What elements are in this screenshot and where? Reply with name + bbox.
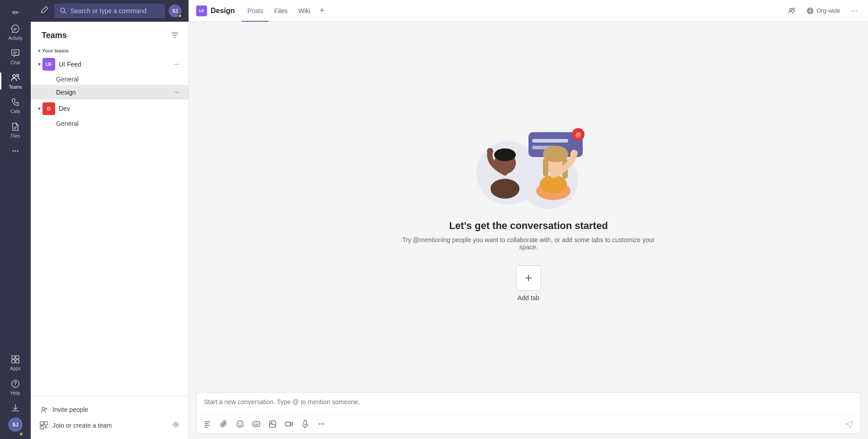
compose-box: GIF xyxy=(196,392,861,434)
sidebar-item-help[interactable]: Help xyxy=(0,375,31,399)
channel-header: UF Design Posts Files Wiki + xyxy=(189,0,868,22)
ui-feed-collapse-icon[interactable]: ▾ xyxy=(38,61,41,67)
svg-point-9 xyxy=(42,407,45,410)
sidebar-item-activity[interactable]: Activity xyxy=(0,20,31,44)
compose-more-button[interactable]: ··· xyxy=(314,417,329,431)
svg-rect-5 xyxy=(16,360,19,363)
search-icon xyxy=(60,7,67,14)
channel-title: Design xyxy=(211,7,235,15)
activity-icon xyxy=(10,24,21,34)
compose-more-icon: ··· xyxy=(318,420,324,428)
invite-people-icon xyxy=(40,406,48,414)
add-tab-button[interactable]: + xyxy=(516,265,541,291)
channel-item-general-dev[interactable]: General xyxy=(31,118,189,129)
add-tab-button-header[interactable]: + xyxy=(316,5,328,17)
files-icon xyxy=(10,121,21,132)
svg-rect-44 xyxy=(304,420,307,425)
svg-point-25 xyxy=(491,179,519,199)
members-button[interactable] xyxy=(784,5,799,17)
sidebar-item-calls[interactable]: Calls xyxy=(0,93,31,118)
gif-button[interactable]: GIF xyxy=(249,417,264,431)
attach-icon xyxy=(220,420,228,428)
filter-button[interactable] xyxy=(169,29,181,42)
compose-button[interactable] xyxy=(38,4,51,19)
chat-icon xyxy=(10,48,21,59)
svg-rect-12 xyxy=(40,426,43,429)
dev-collapse-icon[interactable]: ▾ xyxy=(38,105,41,112)
audio-icon xyxy=(301,420,309,428)
tab-wiki[interactable]: Wiki xyxy=(293,0,316,22)
ui-feed-avatar: UF xyxy=(42,58,55,71)
conversation-subtitle: Try @mentioning people you want to colla… xyxy=(402,236,655,251)
sidebar-item-more[interactable]: ··· xyxy=(0,142,31,160)
sidebar-item-download[interactable] xyxy=(0,399,31,417)
conversation-title: Let's get the conversation started xyxy=(449,220,608,232)
invite-people-item[interactable]: Invite people xyxy=(38,402,181,417)
sidebar-item-chat[interactable]: Chat xyxy=(0,44,31,69)
sidebar-item-apps[interactable]: Apps xyxy=(0,350,31,375)
svg-rect-4 xyxy=(12,360,15,363)
emoji-button[interactable] xyxy=(233,417,247,431)
svg-point-15 xyxy=(793,8,794,10)
sidebar-chat-label: Chat xyxy=(10,60,20,65)
compose-box-area: GIF xyxy=(189,389,868,439)
compose-toolbar: GIF xyxy=(197,415,860,433)
sidebar-item-files[interactable]: Files xyxy=(0,118,31,142)
invite-people-label: Invite people xyxy=(52,406,88,413)
more-options-button[interactable]: ··· xyxy=(848,5,861,17)
dev-name: Dev xyxy=(59,105,168,112)
header-actions: Org-wide ··· xyxy=(784,5,861,17)
svg-text:GIF: GIF xyxy=(254,423,259,426)
add-tab-area: + Add tab xyxy=(516,265,541,301)
your-teams-label: ▾ Your teams xyxy=(31,45,189,55)
channel-general-dev-name: General xyxy=(56,120,181,127)
svg-point-38 xyxy=(241,423,242,424)
svg-point-36 xyxy=(237,421,243,427)
compose-button[interactable]: ✏ xyxy=(0,4,31,20)
org-wide-button[interactable]: Org-wide xyxy=(803,5,844,16)
collapse-icon[interactable]: ▾ xyxy=(38,48,40,53)
add-tab-label: Add tab xyxy=(518,294,539,301)
audio-button[interactable] xyxy=(298,417,312,431)
svg-text:@: @ xyxy=(576,132,581,138)
sidebar-files-label: Files xyxy=(10,134,20,138)
compose-input[interactable] xyxy=(197,393,860,413)
sidebar-activity-label: Activity xyxy=(8,36,23,41)
channel-team-icon: UF xyxy=(196,5,207,16)
ui-feed-more-button[interactable]: ··· xyxy=(172,59,181,69)
format-text-button[interactable] xyxy=(200,417,215,431)
team-item-ui-feed[interactable]: ▾ UF UI Feed ··· xyxy=(31,55,189,73)
search-placeholder: Search or type a command xyxy=(71,7,146,14)
avatar-topbar[interactable]: SJ xyxy=(169,5,181,17)
tab-files[interactable]: Files xyxy=(269,0,293,22)
presence-badge-top xyxy=(178,14,182,18)
svg-point-1 xyxy=(17,75,19,77)
main-content: UF Design Posts Files Wiki + xyxy=(189,0,868,439)
attach-button[interactable] xyxy=(217,417,231,431)
channel-general-name: General xyxy=(56,76,181,83)
svg-rect-3 xyxy=(16,356,19,359)
team-item-dev[interactable]: ▾ D Dev ··· xyxy=(31,100,189,118)
avatar[interactable]: SJ xyxy=(8,417,23,432)
top-bar-right: SJ xyxy=(169,5,181,17)
conversation-area: @ xyxy=(189,22,868,389)
settings-button[interactable] xyxy=(172,421,179,430)
sticker-button[interactable] xyxy=(265,417,280,431)
tab-nav: Posts Files Wiki + xyxy=(242,0,328,21)
join-create-item[interactable]: Join or create a team xyxy=(38,417,181,434)
sidebar-help-label: Help xyxy=(11,391,20,396)
channel-item-design[interactable]: Design ··· xyxy=(31,85,189,100)
tab-posts[interactable]: Posts xyxy=(242,0,269,22)
send-button[interactable] xyxy=(842,417,857,431)
channel-item-general-uifeed[interactable]: General xyxy=(31,73,189,85)
teams-panel-footer: Invite people Join or create a team xyxy=(31,396,189,439)
add-tab-plus-icon: + xyxy=(525,271,532,285)
compose-icon: ✏ xyxy=(10,7,21,18)
user-avatar[interactable]: SJ xyxy=(8,417,23,435)
sidebar-item-teams[interactable]: Teams xyxy=(0,69,31,93)
channel-design-more-button[interactable]: ··· xyxy=(172,87,181,97)
settings-icon xyxy=(172,421,179,428)
video-button[interactable] xyxy=(282,417,296,431)
svg-rect-43 xyxy=(285,422,290,426)
search-bar[interactable]: Search or type a command xyxy=(54,4,165,18)
